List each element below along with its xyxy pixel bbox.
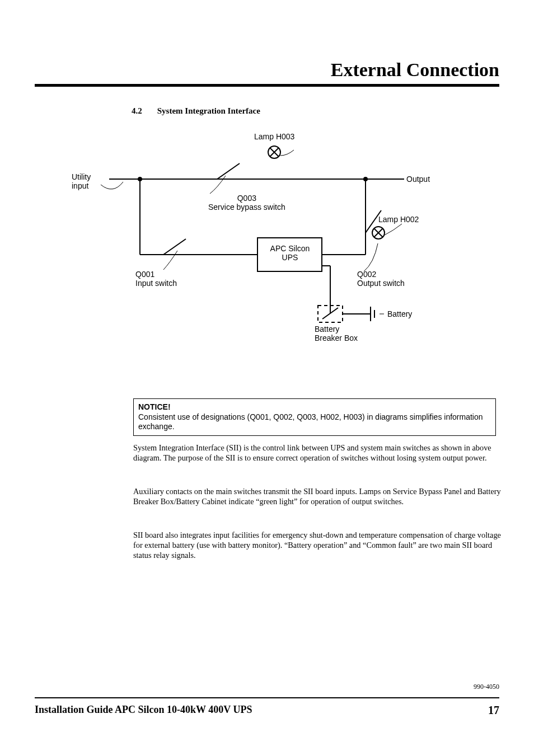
- footer: Installation Guide APC Silcon 10-40kW 40…: [35, 704, 499, 716]
- paragraph-3: SII board also integrates input faciliti…: [133, 530, 503, 561]
- lamp-h003-label: Lamp H003: [254, 132, 294, 141]
- battery-label: Battery: [387, 309, 412, 318]
- document-number: 990-4050: [474, 683, 499, 691]
- ups-label: APC Silcon UPS: [265, 244, 315, 262]
- section-heading: 4.2 System Integration Interface: [132, 106, 260, 116]
- lamp-h002-label: Lamp H002: [378, 215, 419, 224]
- footer-rule: [35, 697, 499, 698]
- page-number: 17: [488, 704, 499, 717]
- paragraph-1: System Integration Interface (SII) is th…: [133, 443, 503, 463]
- section-number: 4.2: [132, 106, 155, 116]
- chapter-title: External Connection: [331, 59, 499, 81]
- svg-line-9: [163, 239, 186, 255]
- utility-input-label: Utility input: [72, 172, 91, 190]
- q003-label: Q003 Service bypass switch: [208, 194, 285, 212]
- notice-body: Consistent use of designations (Q001, Q0…: [138, 412, 491, 432]
- svg-line-1: [217, 163, 240, 179]
- q001-label: Q001 Input switch: [135, 270, 177, 288]
- footer-title: Installation Guide APC Silcon 10-40kW 40…: [35, 704, 252, 715]
- wiring-diagram: Utility input Output Lamp H003 Q003 Serv…: [67, 129, 437, 381]
- battery-breaker-label: Battery Breaker Box: [315, 325, 358, 342]
- title-rule: [35, 84, 499, 87]
- q002-label: Q002 Output switch: [357, 270, 405, 288]
- paragraph-2: Auxiliary contacts on the main switches …: [133, 487, 503, 507]
- output-label: Output: [406, 175, 430, 184]
- notice-title: NOTICE!: [138, 402, 491, 412]
- notice-box: NOTICE! Consistent use of designations (…: [133, 398, 496, 436]
- section-title: System Integration Interface: [157, 106, 260, 115]
